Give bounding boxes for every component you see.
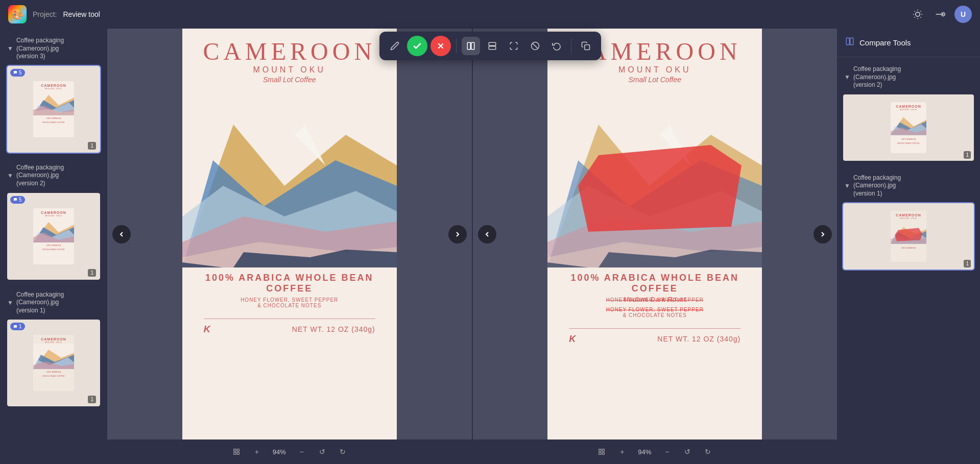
pkg-sub2-right: HONEY FLOWER, SWEET PEPPER <box>547 307 762 312</box>
pkg-script-right: Small Lot Coffee <box>629 76 682 84</box>
rp-thumbnail-v1[interactable]: CAMEROON MOUNT OKU <box>842 202 975 271</box>
sidebar-group-header-v1[interactable]: ▼ Coffee packaging (Cameroon).jpg (versi… <box>4 289 103 317</box>
split-horizontal-button[interactable] <box>483 37 501 55</box>
rp-chevron-v2: ▼ <box>844 74 850 81</box>
comment-badge-v1: 1 <box>10 323 25 330</box>
mountain-scene-left <box>182 84 397 267</box>
pkg-bottom-right: 100% ARABICA WHOLE BEAN COFFEE HONEY FLO… <box>547 273 762 318</box>
sidebar-group-title-v1: Coffee packaging (Cameroon).jpg (version… <box>16 291 64 315</box>
prev-button-left[interactable] <box>112 225 131 243</box>
svg-rect-43 <box>237 452 239 454</box>
sidebar-thumb-container-v2: CAMEROON MOUNT OKU <box>4 190 103 283</box>
pkg-subtitle-left: MOUNT OKU <box>253 65 326 75</box>
pencil-tool-button[interactable] <box>386 37 404 55</box>
next-button-right[interactable] <box>814 225 832 243</box>
sidebar-group-header-v3[interactable]: ▼ Coffee packaging (Cameroon).jpg (versi… <box>4 35 103 63</box>
fit-button-left[interactable] <box>228 444 245 460</box>
package-image-right: CAMEROON MOUNT OKU Small Lot Coffee <box>547 29 762 439</box>
overlay-text: Medium Dark Roast <box>624 296 686 303</box>
sidebar-group-v1: ▼ Coffee packaging (Cameroon).jpg (versi… <box>4 289 103 410</box>
comment-badge-v2: 5 <box>10 196 25 204</box>
sidebar-thumbnail-v3[interactable]: CAMEROON MOUNT OKU <box>6 65 101 154</box>
pkg-subtitle-right: MOUNT OKU <box>618 65 691 75</box>
sun-icon-button[interactable] <box>910 6 926 22</box>
zoom-in-button-right[interactable]: + <box>614 444 630 460</box>
rp-page-num-v2: 1 <box>964 151 971 159</box>
rotate-left-button-right[interactable]: ↺ <box>679 444 696 460</box>
pkg-main-text-left: 100% ARABICA WHOLE BEAN COFFEE <box>182 273 397 294</box>
sidebar-group-title-v2: Coffee packaging (Cameroon).jpg (version… <box>16 164 64 188</box>
split-vertical-button[interactable] <box>462 37 480 55</box>
pkg-bottom-left: 100% ARABICA WHOLE BEAN COFFEE HONEY FLO… <box>182 273 397 308</box>
share-icon-button[interactable] <box>932 6 948 22</box>
right-panel: Compare Tools ▼ Coffee packaging (Camero… <box>837 29 980 464</box>
rp-chevron-v1: ▼ <box>844 182 850 189</box>
viewer-image-area-left[interactable]: CAMEROON MOUNT OKU Small Lot Coffee <box>107 29 472 439</box>
svg-rect-41 <box>234 449 236 451</box>
svg-rect-59 <box>850 38 853 45</box>
rp-thumbnail-v2[interactable]: CAMEROON MOUNT OKU 100% ARABICA <box>842 93 975 162</box>
zoom-out-button-left[interactable]: − <box>294 444 310 460</box>
zoom-out-button-right[interactable]: − <box>659 444 675 460</box>
strike-text-2: HONEY FLOWER, SWEET PEPPER <box>606 307 704 312</box>
refresh-button[interactable] <box>547 37 566 55</box>
fit-button-right[interactable] <box>593 444 610 460</box>
pkg-sub3-right: & CHOCOLATE NOTES <box>547 312 762 318</box>
svg-rect-58 <box>846 38 849 45</box>
svg-rect-5 <box>489 46 496 50</box>
app-logo[interactable]: 🎨 <box>8 5 27 23</box>
mask-button[interactable] <box>526 37 544 55</box>
right-panel-content: ▼ Coffee packaging (Cameroon).jpg (versi… <box>837 57 980 279</box>
cancel-button[interactable] <box>431 36 451 56</box>
sidebar-thumbnail-v2[interactable]: CAMEROON MOUNT OKU <box>6 192 101 281</box>
pkg-footer-left: K NET WT. 12 OZ (340g) <box>204 319 375 335</box>
chevron-down-icon-v2: ▼ <box>7 172 13 179</box>
expand-button[interactable] <box>505 37 523 55</box>
content-area: CAMEROON MOUNT OKU Small Lot Coffee <box>107 29 837 464</box>
svg-line-11 <box>915 11 915 12</box>
comment-badge-v3: 5 <box>10 69 25 77</box>
pkg-title-left: CAMEROON <box>203 37 376 65</box>
confirm-button[interactable] <box>407 36 427 56</box>
toolbar-separator <box>456 39 457 53</box>
sidebar-thumbnail-v1[interactable]: CAMEROON MOUNT OKU <box>6 319 101 407</box>
rotate-right-button-left[interactable]: ↻ <box>334 444 351 460</box>
right-panel-title: Compare Tools <box>859 38 911 47</box>
viewer-image-area-right[interactable]: CAMEROON MOUNT OKU Small Lot Coffee <box>473 29 838 439</box>
mountain-scene-right <box>547 84 762 267</box>
pkg-sub1-left: HONEY FLOWER, SWEET PEPPER <box>182 297 397 303</box>
user-avatar[interactable]: U <box>954 6 972 23</box>
zoom-in-button-left[interactable]: + <box>249 444 265 460</box>
sidebar-group-header-v2[interactable]: ▼ Coffee packaging (Cameroon).jpg (versi… <box>4 162 103 190</box>
next-button-left[interactable] <box>448 225 467 243</box>
svg-rect-3 <box>471 42 474 50</box>
sidebar-group-title-v3: Coffee packaging (Cameroon).jpg (version… <box>16 37 64 61</box>
mountain-with-annotation <box>547 84 762 267</box>
svg-line-16 <box>920 11 921 12</box>
sidebar: ▼ Coffee packaging (Cameroon).jpg (versi… <box>0 29 107 464</box>
copy-view-button[interactable] <box>577 37 595 55</box>
svg-rect-54 <box>599 449 601 451</box>
rp-group-header-v1[interactable]: ▼ Coffee packaging (Cameroon).jpg (versi… <box>842 172 975 202</box>
project-label: Project: <box>33 10 57 18</box>
svg-rect-56 <box>602 452 604 454</box>
rp-group-title-v1: Coffee packaging (Cameroon).jpg (version… <box>853 174 901 198</box>
package-image-left: CAMEROON MOUNT OKU Small Lot Coffee <box>182 29 397 439</box>
pkg-sub2-left: & CHOCOLATE NOTES <box>182 303 397 308</box>
pkg-weight-left: NET WT. 12 OZ (340g) <box>292 325 375 333</box>
rotate-right-button-right[interactable]: ↻ <box>700 444 716 460</box>
svg-rect-55 <box>602 449 604 451</box>
rp-group-header-v2[interactable]: ▼ Coffee packaging (Cameroon).jpg (versi… <box>842 63 975 93</box>
sidebar-thumb-container-v3: CAMEROON MOUNT OKU <box>4 63 103 156</box>
sidebar-page-num-v3: 1 <box>88 142 96 150</box>
pkg-footer-right: K NET WT. 12 OZ (340g) <box>569 328 740 345</box>
svg-rect-7 <box>584 45 589 50</box>
pkg-sub1-right: HONEY FLOWER, SWEET PEPPER Medium Dark R… <box>547 297 762 303</box>
rotate-left-button-left[interactable]: ↺ <box>314 444 330 460</box>
svg-rect-4 <box>489 42 496 45</box>
rp-group-title-v2: Coffee packaging (Cameroon).jpg (version… <box>853 65 901 89</box>
svg-rect-57 <box>599 452 601 454</box>
sidebar-page-num-v2: 1 <box>88 269 96 277</box>
prev-button-right[interactable] <box>478 225 496 243</box>
svg-rect-2 <box>467 42 470 50</box>
